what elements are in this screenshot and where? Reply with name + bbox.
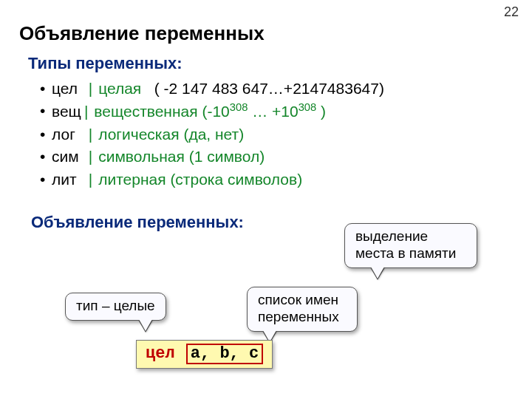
separator: | [84,103,88,120]
type-desc: вещественная [94,103,197,120]
type-keyword: цел [52,78,84,100]
slide: 22 Объявление переменных Типы переменных… [0,0,532,399]
type-keyword: лог [52,123,84,146]
callout-text: список имен переменных [258,292,339,324]
type-desc: литерная [98,171,166,188]
type-keyword: сим [52,146,84,168]
list-item: вещ| вещественная (-10308 … +10308 ) [40,100,505,123]
code-keyword: цел [146,344,175,363]
separator: | [89,148,92,165]
page-number: 22 [504,4,519,20]
callout-type-int: тип – целые [65,293,166,321]
list-item: сим | символьная (1 символ) [40,146,505,168]
list-item: цел | целая ( -2 147 483 647…+2147483647… [40,78,505,100]
type-range: (-10308 … +10308 ) [202,103,326,120]
type-desc: логическая [98,126,179,143]
type-range: ( -2 147 483 647…+2147483647) [154,80,384,97]
list-item: лог | логическая (да, нет) [40,123,505,146]
type-keyword: вещ [52,100,84,123]
callout-memory-allocation: выделение места в памяти [344,223,477,268]
type-keyword: лит [52,168,84,191]
callout-var-list: список имен переменных [247,287,358,332]
list-item: лит | литерная (строка символов) [40,168,505,191]
code-box: цел a, b, c [136,340,273,369]
type-range: (1 символ) [189,148,265,165]
code-vars: a, b, c [186,344,263,364]
separator: | [89,171,92,188]
type-desc: целая [98,80,141,97]
type-range: (да, нет) [183,126,244,143]
separator: | [89,126,92,143]
types-list: цел | целая ( -2 147 483 647…+2147483647… [40,78,505,191]
callout-text: выделение места в памяти [355,228,456,261]
type-desc: символьная [98,148,185,165]
separator: | [89,80,92,97]
types-heading: Типы переменных: [28,54,505,73]
page-title: Объявление переменных [19,22,505,45]
type-range: (строка символов) [170,171,302,188]
callout-text: тип – целые [76,298,155,313]
